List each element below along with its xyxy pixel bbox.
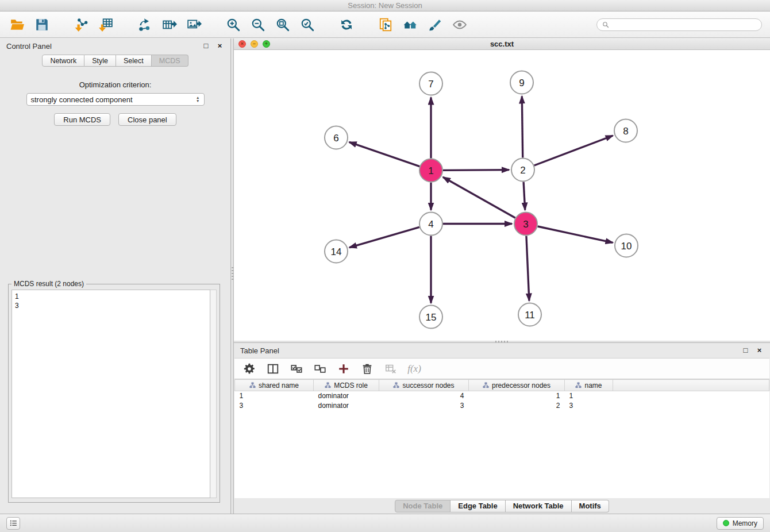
- node-4[interactable]: 4: [419, 213, 442, 236]
- close-panel-button[interactable]: Close panel: [118, 113, 176, 126]
- column-header-name[interactable]: name: [565, 380, 613, 391]
- table-row[interactable]: 3dominator323: [235, 401, 769, 411]
- select-all-button[interactable]: [288, 361, 305, 377]
- new-network-button[interactable]: [136, 16, 154, 34]
- table-cell-filler: [613, 391, 769, 401]
- panel-splitter-vertical[interactable]: [230, 38, 234, 514]
- task-history-button[interactable]: [6, 517, 20, 530]
- import-network-button[interactable]: [72, 16, 90, 34]
- deselect-all-button[interactable]: [312, 361, 328, 377]
- node-2[interactable]: 2: [511, 159, 534, 182]
- tab-network[interactable]: Network: [42, 55, 84, 67]
- add-column-button[interactable]: [336, 361, 352, 377]
- table-row[interactable]: 1dominator411: [235, 391, 769, 401]
- minimize-window-button[interactable]: −: [251, 40, 258, 48]
- control-panel-float-button[interactable]: □: [202, 42, 210, 51]
- tab-mcds[interactable]: MCDS: [152, 55, 188, 67]
- node-1[interactable]: 1: [419, 159, 442, 182]
- table-header-row: shared nameMCDS rolesuccessor nodesprede…: [235, 380, 769, 391]
- tab-motifs[interactable]: Motifs: [572, 500, 609, 512]
- settings-gear-button[interactable]: [241, 361, 257, 377]
- column-header-successor-nodes[interactable]: successor nodes: [379, 380, 469, 391]
- delete-column-button[interactable]: [359, 361, 375, 377]
- column-header-predecessor-nodes[interactable]: predecessor nodes: [469, 380, 565, 391]
- control-panel-close-button[interactable]: ×: [215, 42, 224, 51]
- table-cell[interactable]: 2: [469, 401, 565, 411]
- columns-button[interactable]: [265, 361, 281, 377]
- workspace: × − + scc.txt 7968124314101511 Table Pan…: [234, 38, 770, 514]
- export-table-button[interactable]: [160, 16, 179, 34]
- table-cell[interactable]: 1: [469, 391, 565, 401]
- import-table-button[interactable]: [97, 16, 115, 34]
- run-mcds-button[interactable]: Run MCDS: [54, 113, 110, 126]
- tab-edge-table[interactable]: Edge Table: [451, 500, 505, 512]
- edge-2-8[interactable]: [534, 136, 613, 165]
- zoom-in-icon: [226, 17, 241, 32]
- column-header-shared-name[interactable]: shared name: [235, 380, 314, 391]
- tab-style[interactable]: Style: [84, 55, 116, 67]
- search-box[interactable]: [596, 18, 762, 31]
- node-7[interactable]: 7: [419, 72, 442, 95]
- zoom-out-button[interactable]: [249, 16, 267, 34]
- node-table[interactable]: shared nameMCDS rolesuccessor nodesprede…: [234, 379, 769, 498]
- mcds-result-title: MCDS result (2 nodes): [11, 280, 86, 288]
- node-10[interactable]: 10: [615, 234, 638, 257]
- edge-3-11[interactable]: [526, 236, 529, 301]
- table-cell[interactable]: dominator: [314, 401, 379, 411]
- result-scrollbar[interactable]: [210, 290, 217, 498]
- open-file-button[interactable]: [8, 16, 26, 34]
- table-cell[interactable]: 3: [565, 401, 613, 411]
- memory-button[interactable]: Memory: [717, 517, 764, 530]
- optimization-criterion-select[interactable]: strongly connected component ▲▼: [26, 93, 205, 106]
- edge-1-2[interactable]: [443, 170, 509, 171]
- node-3[interactable]: 3: [514, 213, 537, 236]
- node-15[interactable]: 15: [419, 306, 442, 329]
- node-6[interactable]: 6: [325, 126, 348, 149]
- edge-2-9[interactable]: [522, 97, 522, 158]
- delete-table-button[interactable]: [383, 361, 399, 377]
- style-button[interactable]: [426, 16, 444, 34]
- table-cell[interactable]: 1: [235, 391, 314, 401]
- zoom-selected-button[interactable]: [298, 16, 317, 34]
- node-11[interactable]: 11: [518, 303, 541, 326]
- table-cell[interactable]: 1: [565, 391, 613, 401]
- search-input[interactable]: [612, 21, 756, 29]
- home-button[interactable]: [401, 16, 419, 34]
- zoom-in-button[interactable]: [224, 16, 242, 34]
- network-canvas[interactable]: 7968124314101511: [234, 50, 770, 341]
- close-window-button[interactable]: ×: [238, 40, 246, 48]
- select-all-icon: [290, 363, 303, 375]
- save-session-button[interactable]: [33, 16, 51, 34]
- edge-2-3[interactable]: [523, 182, 525, 210]
- table-panel-float-button[interactable]: □: [741, 346, 750, 355]
- mcds-result-list[interactable]: 13: [11, 290, 210, 498]
- edge-1-6[interactable]: [349, 142, 420, 166]
- refresh-button[interactable]: [337, 16, 356, 34]
- maximize-window-button[interactable]: +: [263, 40, 270, 48]
- node-8[interactable]: 8: [614, 119, 637, 142]
- edge-3-10[interactable]: [538, 226, 613, 242]
- node-9[interactable]: 9: [510, 71, 533, 94]
- export-image-button[interactable]: [185, 16, 203, 34]
- edge-3-1[interactable]: [443, 177, 515, 218]
- panel-splitter-horizontal[interactable]: [234, 341, 770, 343]
- select-arrows-icon: ▲▼: [196, 96, 199, 103]
- table-panel-close-button[interactable]: ×: [755, 346, 764, 355]
- tab-select[interactable]: Select: [116, 55, 152, 67]
- function-builder-button[interactable]: f(x): [406, 361, 422, 377]
- table-cell[interactable]: dominator: [314, 391, 379, 401]
- edge-4-14[interactable]: [349, 227, 419, 247]
- table-cell[interactable]: 3: [235, 401, 314, 411]
- zoom-fit-button[interactable]: [274, 16, 292, 34]
- style-icon: [428, 17, 442, 32]
- node-14[interactable]: 14: [325, 240, 348, 263]
- table-cell[interactable]: 4: [379, 391, 469, 401]
- eye-button[interactable]: [451, 16, 469, 34]
- tab-network-table[interactable]: Network Table: [506, 500, 572, 512]
- svg-text:2: 2: [520, 165, 525, 176]
- column-type-icon: [483, 382, 489, 388]
- table-cell[interactable]: 3: [379, 401, 469, 411]
- tab-node-table[interactable]: Node Table: [395, 500, 451, 512]
- copy-network-button[interactable]: [376, 16, 395, 34]
- column-header-MCDS-role[interactable]: MCDS role: [314, 380, 379, 391]
